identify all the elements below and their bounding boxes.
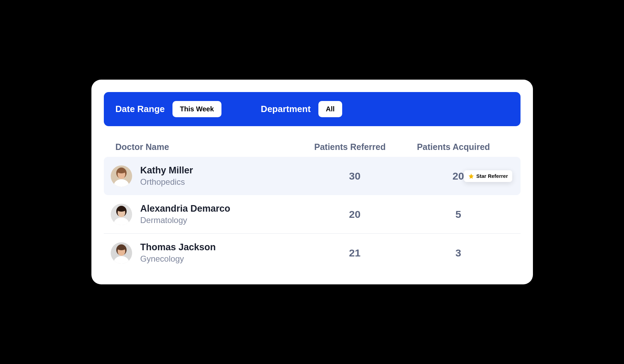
department-select[interactable]: All bbox=[318, 101, 343, 117]
table-row[interactable]: Thomas Jackson Gynecology 21 3 bbox=[104, 234, 521, 272]
filter-bar: Date Range This Week Department All bbox=[104, 92, 521, 126]
avatar bbox=[111, 165, 132, 187]
patients-referred-value: 20 bbox=[307, 209, 403, 220]
doctor-name: Kathy Miller bbox=[140, 165, 193, 176]
doctor-department: Orthopedics bbox=[140, 177, 193, 187]
patients-referred-value: 30 bbox=[307, 170, 403, 182]
patients-acquired-value: 20 bbox=[453, 170, 464, 182]
doctor-name: Thomas Jackson bbox=[140, 242, 216, 253]
star-referrer-badge: Star Referrer bbox=[464, 170, 512, 182]
star-icon bbox=[468, 173, 474, 179]
referral-card: Date Range This Week Department All Doct… bbox=[91, 80, 533, 284]
department-label: Department bbox=[261, 104, 310, 114]
doctor-cell: Thomas Jackson Gynecology bbox=[111, 242, 307, 264]
date-range-label: Date Range bbox=[116, 104, 165, 114]
doctor-department: Dermatology bbox=[140, 215, 230, 225]
patients-acquired-value: 5 bbox=[455, 209, 461, 220]
doctor-department: Gynecology bbox=[140, 254, 216, 264]
acquired-cell: 20 Star Referrer bbox=[403, 170, 514, 182]
header-patients-referred: Patients Referred bbox=[302, 142, 398, 152]
doctor-info: Alexandria Demarco Dermatology bbox=[140, 203, 230, 225]
table-row[interactable]: Alexandria Demarco Dermatology 20 5 bbox=[104, 195, 521, 234]
table-header: Doctor Name Patients Referred Patients A… bbox=[104, 137, 521, 157]
doctor-cell: Alexandria Demarco Dermatology bbox=[111, 203, 307, 225]
svg-point-5 bbox=[117, 169, 126, 173]
patients-referred-value: 21 bbox=[307, 247, 403, 259]
table-row[interactable]: Kathy Miller Orthopedics 30 20 Star Refe… bbox=[104, 157, 521, 195]
doctor-name: Alexandria Demarco bbox=[140, 203, 230, 214]
doctors-table: Doctor Name Patients Referred Patients A… bbox=[104, 137, 521, 272]
svg-point-17 bbox=[117, 245, 126, 250]
avatar bbox=[111, 204, 132, 225]
date-range-select[interactable]: This Week bbox=[172, 101, 222, 117]
acquired-cell: 3 bbox=[403, 247, 514, 259]
avatar bbox=[111, 242, 132, 264]
svg-point-11 bbox=[117, 207, 126, 212]
acquired-cell: 5 bbox=[403, 209, 514, 220]
badge-label: Star Referrer bbox=[476, 173, 508, 179]
doctor-cell: Kathy Miller Orthopedics bbox=[111, 165, 307, 187]
header-patients-acquired: Patients Acquired bbox=[398, 142, 509, 152]
patients-acquired-value: 3 bbox=[455, 247, 461, 259]
header-doctor-name: Doctor Name bbox=[116, 142, 302, 152]
doctor-info: Thomas Jackson Gynecology bbox=[140, 242, 216, 264]
doctor-info: Kathy Miller Orthopedics bbox=[140, 165, 193, 187]
